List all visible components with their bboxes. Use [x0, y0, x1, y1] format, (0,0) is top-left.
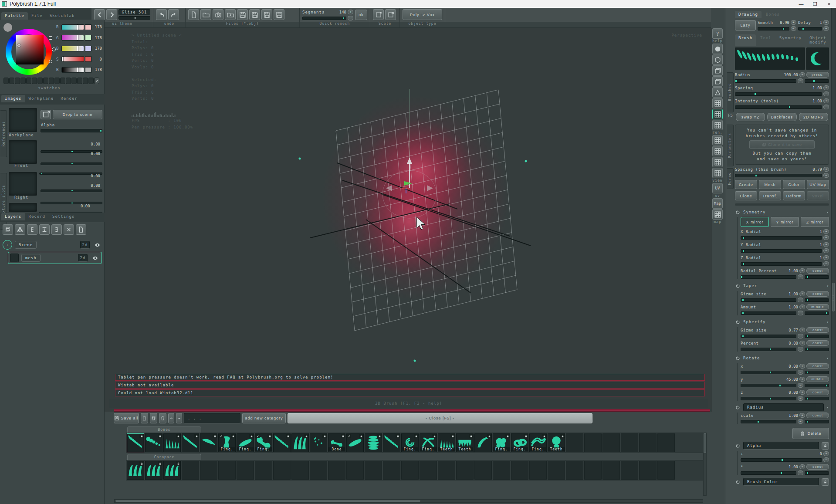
open-folder-icon[interactable]	[200, 9, 211, 20]
save-all-button[interactable]: Save all	[114, 413, 139, 423]
neutral-color-circle[interactable]	[3, 23, 12, 32]
param-y-mode-slider[interactable]	[805, 384, 829, 387]
hue-handle[interactable]	[49, 36, 52, 40]
action-transf-button[interactable]: Transf.	[759, 191, 781, 200]
brush-slot-bones-13[interactable]	[346, 433, 364, 452]
lazy-button[interactable]: Lazy	[735, 20, 756, 30]
grid-icon[interactable]	[712, 157, 723, 167]
layer-2d-badge[interactable]: 2d	[78, 254, 88, 262]
param-spacing-this-brush-plus[interactable]: +	[823, 167, 829, 172]
toggle-backfaces[interactable]: Backfaces	[767, 113, 796, 121]
swatch-slot[interactable]	[15, 78, 20, 84]
brush-slot-bones-15[interactable]	[383, 433, 400, 452]
brush-slot-bones-7[interactable]: Fing.	[237, 433, 254, 452]
segments-plus-button[interactable]: +	[348, 10, 353, 14]
brush-slot-empty[interactable]	[548, 461, 565, 480]
brush-slot-bones-8[interactable]: Fing.	[255, 433, 272, 452]
brush-slot-empty[interactable]	[438, 461, 455, 480]
power-icon[interactable]	[735, 405, 741, 410]
brush-slot-empty[interactable]	[237, 461, 254, 480]
layer-2d-badge[interactable]: 2d	[80, 241, 90, 249]
layers-tab-layers[interactable]: Layers	[1, 213, 25, 220]
param-radius-plus[interactable]: +	[799, 72, 805, 77]
brushes-vertical-tab[interactable]: Brushes	[727, 72, 734, 112]
camera-icon[interactable]	[213, 9, 223, 20]
brush-search-field[interactable]: . . .	[184, 413, 240, 423]
swatch-slot[interactable]	[26, 78, 31, 84]
param-intensity-tools-plus[interactable]: +	[823, 98, 829, 103]
right-panel-scrollbar[interactable]	[831, 8, 836, 504]
param-percent-mode-slider[interactable]	[805, 348, 829, 351]
param--slider[interactable]	[741, 458, 822, 462]
param-amount-mode-button[interactable]: middle	[806, 304, 829, 310]
delay-param-minus[interactable]: −	[823, 26, 829, 31]
power-icon[interactable]	[735, 283, 741, 289]
theme-prev-button[interactable]	[94, 9, 105, 20]
brush-mode-tab-brush[interactable]: Brush	[735, 34, 756, 46]
param-x-minus[interactable]: −	[798, 370, 803, 375]
save-icon[interactable]	[274, 9, 284, 20]
brush-slot-carapace-3[interactable]	[163, 461, 181, 480]
references-tab[interactable]: References	[0, 110, 7, 157]
cube-icon[interactable]	[712, 65, 723, 76]
brush-slot-bones-19[interactable]: Teeth	[456, 433, 474, 452]
param-x-mode-slider[interactable]	[805, 371, 829, 374]
hexagon-icon[interactable]	[712, 54, 723, 65]
poly-to-vox-button[interactable]: Poly -> Vox	[403, 9, 442, 20]
param-z-mode-button[interactable]: const	[806, 389, 829, 395]
param--plus[interactable]: +	[799, 464, 805, 469]
plane-slider[interactable]	[41, 202, 102, 204]
param-z-mode-slider[interactable]	[805, 397, 829, 400]
param-radial-percent-minus[interactable]: −	[798, 274, 803, 279]
remesh-ok-button[interactable]: ok	[355, 10, 367, 20]
swatch-slot[interactable]	[83, 78, 88, 84]
redo-button[interactable]	[168, 9, 179, 20]
param-gizmo-size-mode-button[interactable]: const	[806, 327, 829, 333]
maximize-button[interactable]: ❐	[808, 0, 822, 8]
brush-mode-tab-object-modify[interactable]: Object modify	[806, 34, 830, 46]
close-button[interactable]: ×	[822, 0, 836, 8]
layer-name[interactable]: mesh	[21, 254, 41, 262]
collapse-icon[interactable]: ▾	[826, 356, 829, 360]
param-gizmo-size-plus[interactable]: +	[799, 328, 805, 332]
delete-selected-button[interactable]: Delete	[792, 428, 829, 439]
param-z-radial-plus[interactable]: +	[823, 255, 829, 260]
left-tab-render[interactable]: Render	[57, 95, 81, 102]
horizontal-scrollbar[interactable]	[114, 499, 703, 503]
lock-icon[interactable]	[822, 478, 829, 486]
action-color-button[interactable]: Color	[783, 180, 805, 189]
scale-up-icon[interactable]	[385, 9, 396, 20]
param-y-plus[interactable]: +	[799, 377, 805, 382]
undo-button[interactable]	[156, 9, 167, 20]
param-radius-mode-slider[interactable]	[805, 79, 829, 83]
param--mode-button[interactable]: const	[806, 464, 829, 470]
param-x-radial-slider[interactable]	[741, 236, 822, 240]
lock-icon[interactable]	[822, 442, 829, 450]
param-spacing-minus[interactable]: −	[823, 91, 829, 96]
brush-slot-empty[interactable]	[383, 461, 400, 480]
param-x-radial-plus[interactable]: +	[823, 229, 829, 234]
brush-slot-bones-18[interactable]: Teeth	[438, 433, 455, 452]
segments-slider[interactable]	[302, 17, 346, 20]
param-scale-plus[interactable]: +	[799, 413, 805, 418]
param-z-minus[interactable]: −	[798, 396, 803, 401]
grid-icon[interactable]	[712, 109, 723, 119]
brush-slot-empty[interactable]	[182, 461, 199, 480]
duplicate-icon[interactable]	[3, 224, 13, 235]
brush-slot-bones-11[interactable]	[310, 433, 327, 452]
delete-brush-button[interactable]	[159, 413, 166, 423]
brush-slot-empty[interactable]	[566, 461, 583, 480]
param-z-slider[interactable]	[741, 397, 796, 400]
brush-slot-empty[interactable]	[328, 461, 345, 480]
layers-tab-record[interactable]: Record	[25, 213, 49, 220]
brush-mode-tab-tool[interactable]: Tool	[757, 34, 775, 46]
param-y-slider[interactable]	[741, 384, 796, 387]
param-x-radial-minus[interactable]: −	[823, 235, 829, 240]
new-file-icon[interactable]	[188, 9, 199, 20]
param-y-radial-minus[interactable]: −	[823, 248, 829, 253]
param-scale-minus[interactable]: −	[798, 419, 803, 424]
brush-slot-carapace-2[interactable]	[145, 461, 162, 480]
action-deform-button[interactable]: Deform	[783, 191, 805, 200]
add-folder-icon[interactable]	[225, 9, 236, 20]
param-radial-percent-mode-slider[interactable]	[805, 275, 829, 279]
